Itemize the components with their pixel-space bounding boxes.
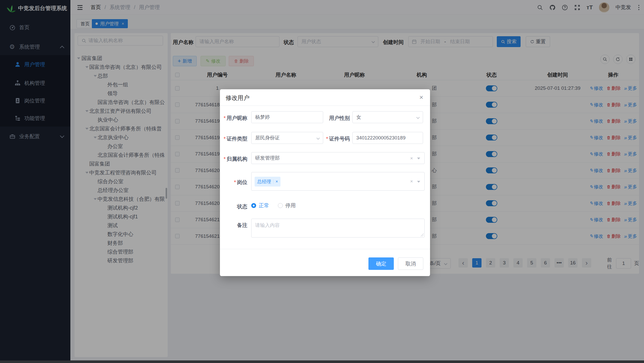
resize-handle[interactable] [420,233,424,236]
chevron-down-icon [316,136,320,140]
idtype-value: 居民身份证 [255,135,280,141]
cancel-button[interactable]: 取消 [398,257,423,270]
post-multiselect[interactable]: 总经理 × × [251,172,425,191]
required-asterisk: * [234,179,236,185]
required-asterisk: * [224,136,226,142]
confirm-button[interactable]: 确定 [368,257,394,270]
dialog-footer-divider [220,249,430,249]
nick-label: *用户昵称 [220,115,247,122]
screen: 中竞发后台管理系统 首页 ⚙ 系统管理 用户管理 [0,0,644,363]
radio-unselected-icon [278,203,283,208]
remark-field-box [251,219,425,238]
idtype-label: *证件类型 [220,135,247,142]
status-label: 状态 [220,203,247,210]
org-label: *归属机构 [220,155,247,162]
radio-normal[interactable]: 正常 [251,202,269,209]
chevron-down-icon [416,116,420,119]
org-select[interactable]: 研发管理部 × [251,152,425,164]
required-asterisk: * [326,136,328,142]
nick-input[interactable] [255,114,319,120]
post-tag-label: 总经理 [257,179,271,185]
gender-label: 用户性别 [325,115,350,122]
gender-value: 女 [356,114,361,121]
nick-field-box [251,111,323,123]
radio-selected-icon [251,203,256,208]
radio-label: 停用 [285,202,296,209]
cancel-label: 取消 [405,260,416,267]
idno-input[interactable] [356,135,419,141]
status-radio-group: 正常 停用 [251,202,296,209]
idno-label: *证件号码 [325,135,350,142]
idtype-select[interactable]: 居民身份证 [251,132,323,144]
remark-label: 备注 [220,222,247,229]
close-icon[interactable]: × [419,94,423,101]
org-value: 研发管理部 [255,155,280,161]
required-asterisk: * [224,156,226,162]
required-asterisk: * [224,115,226,121]
dialog-title: 修改用户 [226,94,249,102]
post-tag: 总经理 × [255,177,280,187]
radio-label: 正常 [259,202,269,209]
tag-close-icon[interactable]: × [273,179,278,184]
post-label: *岗位 [220,179,247,186]
radio-disabled[interactable]: 停用 [278,202,296,209]
caret-down-icon [417,158,420,159]
clear-icon[interactable]: × [410,155,413,161]
confirm-label: 确定 [376,260,386,267]
gender-select[interactable]: 女 [352,111,423,123]
dialog-header: 修改用户 × [220,89,430,106]
edit-user-dialog: 修改用户 × *用户昵称 用户性别 女 *证件类型 居民身份证 *证件号码 *归… [220,89,430,276]
idno-field-box [352,132,423,144]
remark-textarea[interactable] [251,219,424,237]
caret-down-icon [417,181,420,183]
clear-icon[interactable]: × [410,179,413,184]
